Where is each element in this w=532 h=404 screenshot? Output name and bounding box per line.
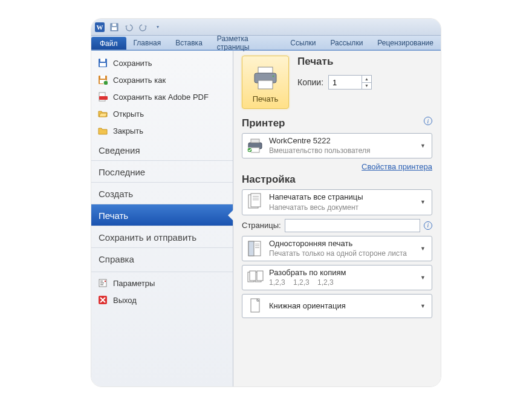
settings-section-title: Настройка <box>242 174 432 186</box>
left-item-label: Сохранить <box>113 59 152 68</box>
left-section-save-send[interactable]: Сохранить и отправить <box>91 226 233 247</box>
qat-save-icon[interactable] <box>108 21 120 33</box>
left-section-help[interactable]: Справка <box>91 247 233 269</box>
chevron-down-icon: ▼ <box>418 275 428 281</box>
setting-duplex[interactable]: Односторонняя печать Печатать только на … <box>242 236 432 261</box>
ribbon-tab-review[interactable]: Рецензирование <box>370 36 441 50</box>
setting-print-range[interactable]: Напечатать все страницы Напечатать весь … <box>242 189 432 215</box>
copies-input[interactable] <box>329 76 362 89</box>
setting-primary: Книжная ориентация <box>269 301 413 311</box>
left-section-recent[interactable]: Последние <box>91 160 233 182</box>
exit-icon <box>97 295 108 305</box>
svg-rect-22 <box>258 80 273 89</box>
printer-status: Вмешательство пользователя <box>269 146 413 155</box>
svg-point-23 <box>273 76 274 77</box>
svg-rect-15 <box>100 281 103 282</box>
quick-access-toolbar: W ▾ <box>91 19 441 36</box>
pages-label: Страницы: <box>242 221 281 230</box>
printer-selector[interactable]: WorkCentre 5222 Вмешательство пользовате… <box>242 133 432 158</box>
print-panel: Печать Печать Копии: ▲ ▼ <box>233 51 441 386</box>
printer-properties-link[interactable]: Свойства принтера <box>242 162 432 171</box>
app-window: W ▾ Файл Главная Вставка Разметка страни… <box>91 18 441 387</box>
svg-rect-4 <box>112 27 117 30</box>
folder-open-icon <box>97 108 108 119</box>
copies-label: Копии: <box>297 77 323 87</box>
chevron-down-icon: ▼ <box>418 246 428 252</box>
left-item-label: Выход <box>113 296 137 305</box>
svg-rect-7 <box>100 63 106 67</box>
ribbon-tab-home[interactable]: Главная <box>126 36 169 50</box>
setting-collate[interactable]: Разобрать по копиям 1,2,3 1,2,3 1,2,3 ▼ <box>242 265 432 290</box>
left-item-label: Закрыть <box>113 126 143 135</box>
left-section-new[interactable]: Создать <box>91 182 233 204</box>
setting-secondary: Напечатать весь документ <box>269 203 413 212</box>
left-item-close[interactable]: Закрыть <box>91 122 233 139</box>
save-icon <box>97 57 108 68</box>
print-button[interactable]: Печать <box>242 56 289 109</box>
svg-rect-36 <box>255 246 259 246</box>
svg-rect-35 <box>255 244 259 244</box>
chevron-down-icon: ▼ <box>418 303 428 309</box>
setting-secondary: Печатать только на одной стороне листа <box>269 249 413 258</box>
left-item-save-pdf[interactable]: Сохранить как Adobe PDF <box>91 88 233 105</box>
left-item-exit[interactable]: Выход <box>91 292 233 308</box>
portrait-icon <box>246 297 264 315</box>
svg-rect-20 <box>258 67 273 73</box>
svg-rect-13 <box>99 96 108 100</box>
svg-rect-41 <box>257 271 263 281</box>
left-item-label: Открыть <box>113 109 144 119</box>
print-button-label: Печать <box>253 94 279 103</box>
setting-primary: Разобрать по копиям <box>269 268 413 278</box>
svg-rect-37 <box>255 247 259 248</box>
print-header-title: Печать <box>297 56 432 68</box>
svg-rect-40 <box>250 271 256 281</box>
left-item-label: Сохранить как Adobe PDF <box>113 93 209 102</box>
word-app-icon: W <box>94 21 106 33</box>
printer-device-icon <box>246 137 264 155</box>
ribbon-tab-mailings[interactable]: Рассылки <box>323 36 370 50</box>
backstage-left-panel: Сохранить Сохранить как Сохранить как Ad… <box>91 51 233 386</box>
qat-undo-icon[interactable] <box>123 21 135 33</box>
chevron-down-icon: ▼ <box>418 199 428 205</box>
svg-rect-32 <box>253 200 259 200</box>
pages-info-icon[interactable]: i <box>424 221 432 230</box>
ribbon-tab-file[interactable]: Файл <box>91 37 126 50</box>
copies-down-icon[interactable]: ▼ <box>362 83 371 90</box>
left-item-saveas[interactable]: Сохранить как <box>91 71 233 88</box>
left-item-open[interactable]: Открыть <box>91 105 233 122</box>
copies-spinbox[interactable]: ▲ ▼ <box>328 75 372 90</box>
chevron-down-icon: ▼ <box>418 143 428 149</box>
pages-all-icon <box>246 193 264 211</box>
printer-info-icon[interactable]: i <box>424 117 432 125</box>
svg-rect-17 <box>100 284 103 285</box>
copies-up-icon[interactable]: ▲ <box>362 76 371 83</box>
svg-rect-25 <box>251 139 259 143</box>
left-section-print[interactable]: Печать <box>91 204 233 226</box>
qat-customize-icon[interactable]: ▾ <box>152 21 164 33</box>
setting-orientation[interactable]: Книжная ориентация ▼ <box>242 294 432 318</box>
setting-primary: Односторонняя печать <box>269 239 413 249</box>
ribbon-tab-insert[interactable]: Вставка <box>168 36 210 50</box>
svg-text:W: W <box>97 24 103 31</box>
ribbon-tab-references[interactable]: Ссылки <box>283 36 323 50</box>
left-item-save[interactable]: Сохранить <box>91 54 233 71</box>
qat-redo-icon[interactable] <box>137 21 149 33</box>
folder-close-icon <box>97 125 108 136</box>
left-item-label: Сохранить как <box>113 76 166 85</box>
svg-point-18 <box>105 281 106 282</box>
left-item-label: Параметры <box>113 279 155 288</box>
printer-name: WorkCentre 5222 <box>269 136 413 146</box>
svg-rect-30 <box>253 196 259 197</box>
ribbon-tabs: Файл Главная Вставка Разметка страницы С… <box>91 36 441 51</box>
svg-point-27 <box>247 148 252 152</box>
svg-rect-16 <box>100 282 104 284</box>
left-section-info[interactable]: Сведения <box>91 139 233 160</box>
saveas-icon <box>97 74 108 85</box>
collate-icon <box>246 269 264 287</box>
svg-rect-34 <box>248 241 254 256</box>
ribbon-tab-layout[interactable]: Разметка страницы <box>210 36 283 50</box>
options-icon <box>97 278 108 288</box>
pages-input[interactable] <box>285 219 420 232</box>
svg-point-11 <box>103 80 108 85</box>
left-item-options[interactable]: Параметры <box>91 275 233 292</box>
